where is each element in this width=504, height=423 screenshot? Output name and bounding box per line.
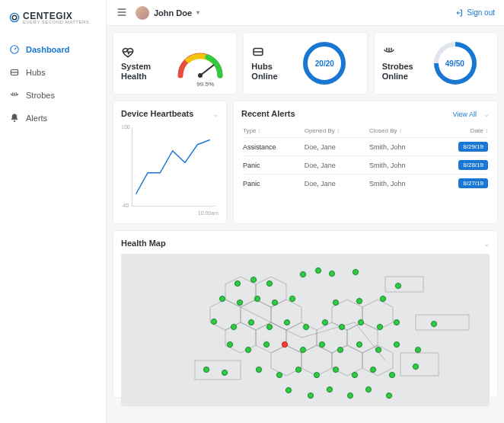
cell-opened: Doe, Jane [303, 156, 368, 175]
strobes-value: 49/50 [445, 59, 464, 68]
strobes-ring: 49/50 [425, 33, 485, 93]
map-node[interactable] [352, 269, 359, 275]
map-node[interactable] [295, 367, 301, 373]
map-node[interactable] [254, 296, 260, 302]
user-menu[interactable]: John Doe ▾ [136, 6, 199, 20]
col-date[interactable]: Date ↕ [434, 124, 490, 138]
topbar: John Doe ▾ Sign out [107, 0, 504, 26]
menu-icon[interactable] [116, 6, 128, 20]
map-node[interactable] [300, 271, 306, 277]
health-value: 99.5% [196, 81, 214, 88]
table-row[interactable]: Panic Doe, Jane Smith, John 8/28/19 [241, 156, 490, 175]
map-node[interactable] [329, 271, 335, 277]
col-opened[interactable]: Opened By ↕ [303, 124, 368, 138]
map-node[interactable] [386, 393, 392, 399]
svg-point-8 [14, 120, 15, 122]
alerts-table: Type ↕ Opened By ↕ Closed By ↕ Date ↕ As… [241, 124, 490, 192]
map-node[interactable] [219, 296, 225, 302]
map-node[interactable] [245, 347, 251, 353]
col-type[interactable]: Type ↕ [241, 124, 303, 138]
map-node[interactable] [327, 386, 333, 393]
view-all-link[interactable]: View All [453, 111, 477, 118]
map-node[interactable] [356, 341, 362, 348]
cell-date: 8/28/19 [434, 156, 490, 175]
map-node[interactable] [272, 300, 278, 306]
device-heartbeats-card: Device Heartbeats ⌄ 100 -40 10:00am [113, 101, 227, 224]
alerts-icon [9, 113, 20, 123]
sidebar-item-label: Dashboard [26, 45, 69, 54]
map-node[interactable] [431, 321, 437, 327]
sidebar-item-hubs[interactable]: Hubs [0, 61, 106, 84]
hubs-value: 20/20 [315, 59, 334, 68]
y-axis-max: 100 [121, 124, 130, 130]
sidebar-item-alerts[interactable]: Alerts [0, 107, 106, 130]
sidebar-item-strobes[interactable]: Strobes [0, 84, 106, 107]
map-node[interactable] [319, 341, 325, 348]
map-node[interactable] [333, 367, 339, 373]
map-node[interactable] [322, 319, 328, 325]
strobes-stat-icon [382, 45, 396, 59]
map-node[interactable] [347, 393, 353, 399]
avatar [136, 6, 149, 20]
health-map-plot[interactable] [121, 254, 490, 406]
sign-out-link[interactable]: Sign out [455, 8, 495, 18]
stat-title: Hubs Online [251, 62, 297, 82]
health-gauge: 99.5% [173, 40, 228, 86]
table-row[interactable]: Assistance Doe, Jane Smith, John 8/29/19 [241, 138, 490, 156]
map-node[interactable] [222, 370, 228, 376]
map-node[interactable] [300, 347, 306, 353]
chevron-down-icon[interactable]: ⌄ [483, 239, 490, 248]
svg-point-1 [12, 15, 17, 20]
hubs-online-card: Hubs Online 20/20 [243, 32, 367, 95]
map-node[interactable] [356, 298, 362, 304]
svg-marker-31 [347, 322, 378, 353]
brand-logo: CENTEGIX EVERY SECOND MATTERS [0, 0, 106, 35]
main: John Doe ▾ Sign out System Health [107, 0, 504, 423]
card-title: Device Heartbeats [121, 109, 193, 118]
recent-alerts-card: Recent Alerts View All ⌄ Type ↕ Opened B… [233, 101, 498, 224]
system-health-card: System Health 99.5% [113, 32, 237, 95]
brand-icon [9, 12, 20, 23]
x-axis-label: 10:00am [198, 210, 219, 216]
map-node[interactable] [227, 341, 233, 348]
health-map-card: Health Map ⌄ [113, 230, 498, 398]
chevron-down-icon[interactable]: ⌄ [483, 110, 490, 118]
map-node[interactable] [380, 296, 386, 302]
map-node[interactable] [333, 300, 339, 306]
table-row[interactable]: Panic Doe, Jane Smith, John 8/27/19 [241, 175, 490, 193]
map-node[interactable] [375, 347, 381, 353]
sidebar-item-dashboard[interactable]: Dashboard [0, 38, 106, 61]
cell-type: Panic [241, 156, 303, 175]
map-node[interactable] [250, 277, 257, 283]
chevron-down-icon: ▾ [196, 9, 199, 16]
stat-title: Strobes Online [382, 62, 428, 82]
map-node[interactable] [276, 372, 282, 378]
map-node[interactable] [358, 319, 364, 325]
heartbeats-chart: 100 -40 10:00am [121, 124, 219, 216]
nav: Dashboard Hubs Strobes Alerts [0, 35, 106, 130]
cell-date: 8/29/19 [434, 138, 490, 156]
cell-date: 8/27/19 [434, 175, 490, 193]
hubs-ring: 20/20 [303, 42, 346, 85]
y-axis-min: -40 [121, 203, 129, 208]
sidebar-item-label: Strobes [26, 91, 55, 100]
health-icon [121, 45, 135, 59]
chevron-down-icon[interactable]: ⌄ [212, 110, 219, 118]
hubs-stat-icon [251, 45, 265, 59]
sidebar: CENTEGIX EVERY SECOND MATTERS Dashboard … [0, 0, 107, 423]
col-closed[interactable]: Closed By ↕ [368, 124, 434, 138]
map-node[interactable] [303, 324, 309, 330]
card-title: Recent Alerts [241, 109, 295, 118]
map-node[interactable] [352, 372, 358, 378]
svg-line-14 [200, 65, 214, 75]
cell-type: Panic [241, 175, 303, 193]
svg-marker-25 [225, 322, 256, 353]
map-node[interactable] [248, 319, 254, 325]
hubs-icon [9, 67, 20, 78]
cell-opened: Doe, Jane [303, 138, 368, 156]
map-node[interactable] [266, 280, 273, 287]
svg-rect-36 [195, 361, 241, 380]
map-node[interactable] [266, 324, 273, 330]
sidebar-item-label: Alerts [26, 114, 47, 123]
map-node[interactable] [377, 324, 383, 330]
